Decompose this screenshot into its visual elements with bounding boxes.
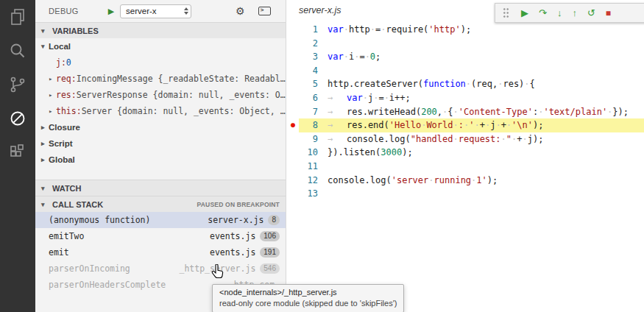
line-number-badge: 191	[260, 247, 280, 258]
glyph-margin[interactable]	[287, 187, 299, 201]
editor-tab-title[interactable]: server-x.js	[299, 5, 341, 15]
launch-config-dropdown[interactable]: server-x	[120, 4, 191, 18]
variable-j[interactable]: j: 0	[35, 54, 286, 71]
debug-icon[interactable]	[0, 102, 35, 135]
dropdown-stepper-icon	[184, 7, 191, 15]
code-line-9[interactable]: 9→console.log("handled·request:·"·+·j);	[287, 132, 644, 146]
glyph-margin[interactable]	[287, 146, 299, 160]
start-debug-icon[interactable]: ▶	[108, 7, 114, 16]
launch-config-name: server-x	[126, 7, 157, 15]
debug-panel-title: DEBUG	[49, 7, 79, 15]
stack-frame[interactable]: parserOnIncoming_http_server.js546	[35, 260, 286, 277]
twisty-icon: ▸	[41, 156, 49, 163]
scope-label: Closure	[49, 123, 80, 132]
line-number: 1	[299, 23, 328, 37]
variable-res[interactable]: ▸res: ServerResponse {domain: null, _eve…	[35, 87, 286, 103]
step-out-button[interactable]: ↑	[572, 8, 577, 18]
variables-section-header[interactable]: ▾ VARIABLES	[35, 22, 286, 38]
frame-function-name: parserOnIncoming	[49, 263, 130, 274]
call-stack-section-header[interactable]: ▾ CALL STACK PAUSED ON BREAKPOINT	[35, 196, 286, 212]
breakpoint-icon[interactable]: ●	[287, 118, 299, 132]
code-line-1[interactable]: 1var·http·=·require('http');	[287, 23, 644, 37]
tooltip-path: <node_internals>/_http_server.js	[219, 287, 397, 298]
scope-label: Global	[49, 155, 75, 164]
paused-status-label: PAUSED ON BREAKPOINT	[197, 201, 280, 208]
variable-name: res:	[56, 90, 77, 100]
call-stack-section-title: CALL STACK	[52, 200, 103, 209]
line-number: 9	[299, 132, 328, 146]
line-number-badge: 106	[260, 231, 280, 241]
glyph-margin[interactable]	[287, 50, 299, 64]
line-content: →var·j·=·i++;	[328, 91, 411, 105]
code-line-6[interactable]: 6→var·j·=·i++;	[287, 91, 644, 105]
twisty-icon: ▸	[41, 140, 49, 147]
glyph-margin[interactable]	[287, 37, 299, 51]
step-into-button[interactable]: ↓	[557, 8, 562, 18]
code-editor: 1var·http·=·require('http');23var·i·=·0;…	[287, 23, 644, 201]
editor-pane: server-x.js ▶↷↓↑↺■ 1var·http·=·require('…	[287, 0, 644, 312]
stack-frame[interactable]: (anonymous function)server-x.js8	[35, 212, 286, 228]
variable-value: IncomingMessage {_readableState: Readabl…	[77, 74, 286, 84]
glyph-margin[interactable]	[287, 64, 299, 78]
glyph-margin[interactable]	[287, 23, 299, 37]
glyph-margin[interactable]	[287, 174, 299, 188]
glyph-margin[interactable]	[287, 77, 299, 91]
variable-value: Server {domain: null, _events: Object, …	[82, 106, 286, 116]
variable-name: req:	[56, 74, 77, 84]
glyph-margin[interactable]	[287, 105, 299, 119]
line-number: 6	[299, 91, 328, 105]
variable-value: 0	[66, 57, 71, 68]
line-number: 5	[299, 77, 328, 91]
stack-frame[interactable]: emitTwoevents.js106	[35, 228, 286, 244]
scope-script[interactable]: ▸Script	[35, 135, 286, 152]
search-icon[interactable]	[0, 34, 35, 68]
twisty-icon: ▾	[41, 43, 49, 50]
glyph-margin[interactable]	[287, 132, 299, 146]
line-number-badge: 546	[260, 263, 280, 274]
gear-icon[interactable]: ⚙	[236, 5, 245, 17]
code-line-3[interactable]: 3var·i·=·0;	[287, 50, 644, 64]
scope-closure[interactable]: ▸Closure	[35, 119, 286, 135]
line-number: 3	[299, 50, 328, 64]
debug-console-icon[interactable]: >	[258, 7, 271, 15]
line-content: console.log('server·running·1');	[328, 174, 498, 188]
line-number: 10	[299, 146, 328, 160]
restart-button[interactable]: ↺	[587, 8, 595, 18]
variable-this[interactable]: ▸this: Server {domain: null, _events: Ob…	[35, 103, 286, 119]
step-over-button[interactable]: ↷	[539, 8, 547, 18]
frame-function-name: (anonymous function)	[49, 215, 150, 225]
frame-function-name: emitTwo	[49, 231, 84, 241]
frame-location: server-x.js8	[208, 215, 280, 225]
scope-global[interactable]: ▸Global	[35, 152, 286, 168]
code-line-8[interactable]: ●8→res.end('Hello·World·:·'·+·j·+·'\n');	[287, 118, 644, 132]
scope-local[interactable]: ▾Local	[35, 38, 286, 54]
stop-button[interactable]: ■	[606, 9, 611, 18]
debug-action-buttons: ▶↷↓↑↺■	[521, 8, 611, 18]
code-line-12[interactable]: 12console.log('server·running·1');	[287, 174, 644, 188]
code-line-10[interactable]: 10}).listen(3000);	[287, 146, 644, 160]
watch-section-header[interactable]: ▾ WATCH	[35, 180, 286, 196]
code-line-2[interactable]: 2	[287, 37, 644, 51]
drag-handle-icon[interactable]	[503, 7, 509, 18]
variable-req[interactable]: ▸req: IncomingMessage {_readableState: R…	[35, 71, 286, 87]
twisty-icon: ▸	[49, 75, 56, 82]
line-number: 8	[299, 118, 328, 132]
code-line-4[interactable]: 4	[287, 64, 644, 78]
code-line-5[interactable]: 5http.createServer(function·(req,·res)·{	[287, 77, 644, 91]
line-number: 4	[299, 64, 328, 78]
code-line-7[interactable]: 7→res.writeHead(200,·{·'Content-Type':·'…	[287, 105, 644, 119]
code-line-11[interactable]: 11	[287, 160, 644, 174]
stack-frame[interactable]: emitevents.js191	[35, 244, 286, 260]
source-control-icon[interactable]	[0, 68, 35, 102]
twisty-icon: ▾	[41, 201, 49, 208]
extensions-icon[interactable]	[0, 135, 35, 169]
continue-button[interactable]: ▶	[521, 8, 528, 18]
variable-name: this:	[56, 106, 82, 116]
explorer-icon[interactable]	[0, 0, 35, 34]
call-stack-tooltip: <node_internals>/_http_server.js read-on…	[212, 284, 404, 312]
glyph-margin[interactable]	[287, 160, 299, 174]
variable-value: ServerResponse {domain: null, _events: O…	[77, 90, 286, 100]
frame-location: _http_server.js546	[179, 263, 280, 274]
code-line-13[interactable]: 13	[287, 187, 644, 201]
glyph-margin[interactable]	[287, 91, 299, 105]
